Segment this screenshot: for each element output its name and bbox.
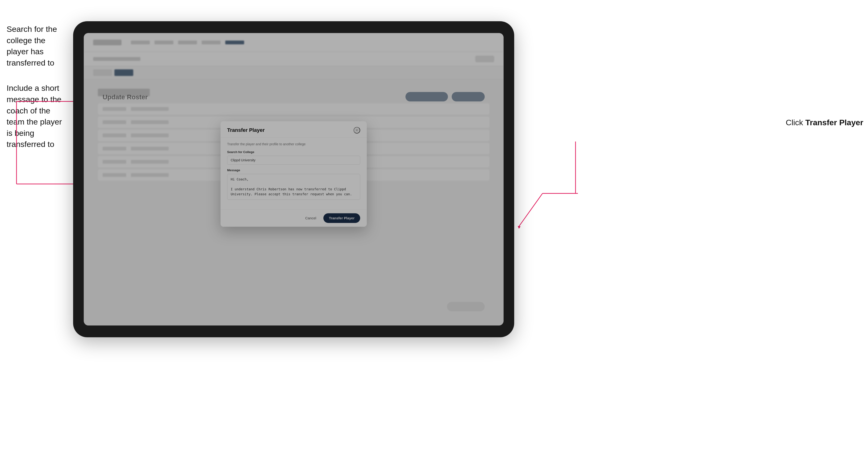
- annotation-message-text: Include a short message to the coach of …: [7, 83, 68, 150]
- annotation-left: Search for the college the player has tr…: [7, 24, 68, 150]
- annotation-search-text: Search for the college the player has tr…: [7, 24, 68, 68]
- svg-line-6: [519, 193, 542, 226]
- tablet-screen: Update Roster Transfer Player × Transfer…: [84, 33, 503, 325]
- annotation-transfer-label: Transfer Player: [805, 118, 863, 127]
- tablet-frame: Update Roster Transfer Player × Transfer…: [73, 21, 514, 337]
- annotation-right: Click Transfer Player: [786, 118, 863, 127]
- svg-marker-7: [518, 226, 521, 229]
- modal-overlay: [84, 33, 503, 325]
